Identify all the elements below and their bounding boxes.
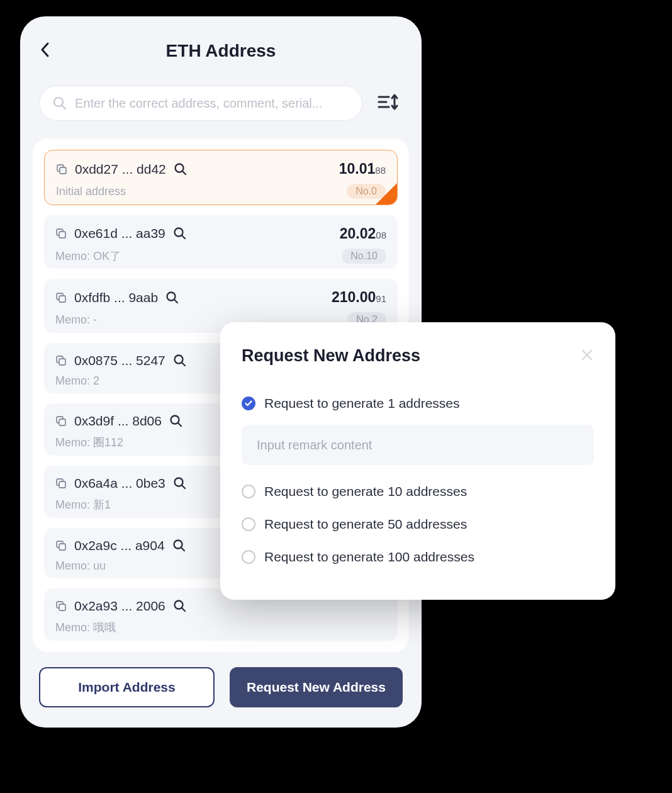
radio-indicator xyxy=(242,485,255,498)
address-left: 0xe61d ... aa39 xyxy=(55,226,187,241)
address-text: 0x2a93 ... 2006 xyxy=(74,599,165,614)
memo-text: Memo: - xyxy=(55,313,97,327)
address-card[interactable]: 0xe61d ... aa3920.0208Memo: OK了No.10 xyxy=(44,215,398,269)
address-left: 0x3d9f ... 8d06 xyxy=(55,413,183,429)
svg-line-17 xyxy=(174,300,177,303)
search-row xyxy=(20,86,422,121)
svg-line-21 xyxy=(182,363,185,366)
balance: 10.0188 xyxy=(339,160,386,177)
copy-icon[interactable] xyxy=(55,478,67,489)
address-left: 0x6a4a ... 0be3 xyxy=(55,476,187,491)
svg-line-13 xyxy=(182,235,185,239)
radio-label: Request to generate 1 addresses xyxy=(264,396,460,411)
address-text: 0xe61d ... aa39 xyxy=(74,226,165,241)
check-icon xyxy=(245,400,252,407)
svg-rect-23 xyxy=(59,419,65,425)
card-row-top: 0xdd27 ... dd4210.0188 xyxy=(56,160,386,177)
request-new-address-button[interactable]: Request New Address xyxy=(230,667,403,707)
dialog-options: Request to generate 1 addressesRequest t… xyxy=(242,387,594,573)
svg-rect-11 xyxy=(59,232,65,238)
memo-text: Memo: OK了 xyxy=(55,249,121,264)
magnify-icon[interactable] xyxy=(173,227,187,240)
magnify-icon[interactable] xyxy=(165,291,179,305)
svg-rect-31 xyxy=(59,544,65,550)
copy-icon[interactable] xyxy=(55,292,67,303)
radio-option[interactable]: Request to generate 10 addresses xyxy=(242,475,594,508)
memo-text: Memo: 圈112 xyxy=(55,435,123,450)
search-box[interactable] xyxy=(39,86,362,121)
card-row-bottom: Memo: OK了No.10 xyxy=(55,249,386,264)
request-new-address-dialog: Request New Address Request to generate … xyxy=(220,322,615,600)
card-row-top: 0xfdfb ... 9aab210.0091 xyxy=(55,289,386,306)
svg-line-25 xyxy=(178,423,181,426)
svg-rect-15 xyxy=(59,296,65,302)
copy-icon[interactable] xyxy=(55,415,67,427)
radio-option[interactable]: Request to generate 100 addresses xyxy=(242,541,594,573)
copy-icon[interactable] xyxy=(55,355,67,366)
card-row-top: 0xe61d ... aa3920.0208 xyxy=(55,225,386,242)
radio-label: Request to generate 100 addresses xyxy=(264,549,474,565)
back-button[interactable] xyxy=(39,41,50,61)
card-row-bottom: Memo: 哦哦 xyxy=(55,620,386,635)
copy-icon[interactable] xyxy=(55,600,67,612)
svg-rect-27 xyxy=(59,481,65,488)
card-row-top: 0x2a93 ... 2006 xyxy=(55,599,386,614)
address-left: 0xfdfb ... 9aab xyxy=(55,290,179,305)
remark-input[interactable] xyxy=(257,438,579,453)
svg-rect-7 xyxy=(60,167,66,174)
memo-text: Initial address xyxy=(56,185,126,198)
address-text: 0x2a9c ... a904 xyxy=(74,538,165,553)
address-text: 0x0875 ... 5247 xyxy=(74,353,165,368)
radio-option[interactable]: Request to generate 1 addresses xyxy=(242,387,594,420)
copy-icon[interactable] xyxy=(56,164,67,175)
balance: 210.0091 xyxy=(332,289,386,306)
memo-text: Memo: 新1 xyxy=(55,497,111,512)
import-address-button[interactable]: Import Address xyxy=(39,667,215,707)
svg-line-37 xyxy=(182,608,185,611)
address-text: 0xfdfb ... 9aab xyxy=(74,290,158,305)
memo-text: Memo: 哦哦 xyxy=(55,620,116,635)
address-left: 0x2a93 ... 2006 xyxy=(55,599,187,614)
sort-button[interactable] xyxy=(374,89,403,118)
bottom-actions: Import Address Request New Address xyxy=(20,652,422,728)
page-title: ETH Address xyxy=(166,41,276,61)
balance-suffix: 88 xyxy=(375,165,386,176)
search-input[interactable] xyxy=(75,96,349,111)
card-row-bottom: Initial addressNo.0 xyxy=(56,184,386,199)
address-card[interactable]: 0xdd27 ... dd4210.0188Initial addressNo.… xyxy=(44,150,398,205)
magnify-icon[interactable] xyxy=(172,539,186,553)
svg-line-29 xyxy=(182,485,185,488)
radio-indicator xyxy=(242,517,255,531)
index-badge: No.0 xyxy=(347,184,386,199)
search-icon xyxy=(52,96,67,111)
address-text: 0xdd27 ... dd42 xyxy=(75,162,166,177)
copy-icon[interactable] xyxy=(55,228,67,239)
chevron-left-icon xyxy=(39,41,50,59)
svg-line-33 xyxy=(181,548,184,551)
copy-icon[interactable] xyxy=(55,540,67,551)
radio-option[interactable]: Request to generate 50 addresses xyxy=(242,508,594,541)
address-left: 0x0875 ... 5247 xyxy=(55,353,187,368)
radio-indicator xyxy=(242,396,255,410)
svg-line-1 xyxy=(62,106,66,110)
sort-icon xyxy=(378,93,399,111)
radio-label: Request to generate 50 addresses xyxy=(264,517,467,532)
radio-indicator xyxy=(242,550,255,564)
magnify-icon[interactable] xyxy=(173,476,187,490)
address-left: 0x2a9c ... a904 xyxy=(55,538,186,553)
svg-rect-35 xyxy=(59,604,65,610)
close-icon xyxy=(580,348,594,362)
remark-input-container xyxy=(242,425,594,465)
svg-rect-19 xyxy=(59,359,65,365)
dialog-close-button[interactable] xyxy=(580,348,594,364)
balance-suffix: 91 xyxy=(376,293,386,304)
magnify-icon[interactable] xyxy=(174,162,188,176)
magnify-icon[interactable] xyxy=(169,414,183,428)
dialog-header: Request New Address xyxy=(242,346,594,366)
memo-text: Memo: uu xyxy=(55,560,106,573)
radio-label: Request to generate 10 addresses xyxy=(264,484,467,499)
magnify-icon[interactable] xyxy=(173,599,187,613)
balance: 20.0208 xyxy=(340,225,386,242)
index-badge: No.10 xyxy=(342,249,386,264)
magnify-icon[interactable] xyxy=(173,354,187,368)
